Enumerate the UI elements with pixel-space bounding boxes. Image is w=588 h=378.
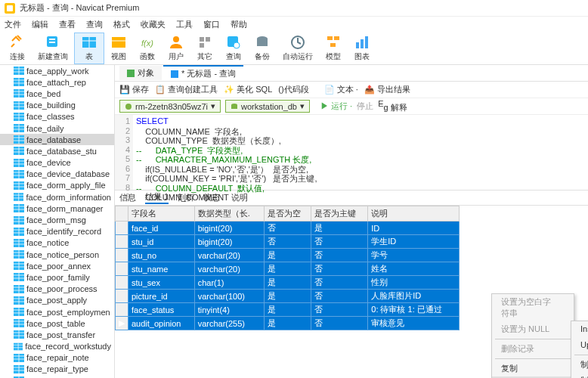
table-row[interactable]: ▶audit_opinionvarchar(255)是否审核意见 (116, 317, 460, 330)
cell[interactable]: 学号 (368, 249, 460, 262)
toolbar-other[interactable]: 其它 (190, 33, 219, 64)
cell[interactable]: face_id (128, 222, 195, 235)
cell[interactable]: 学生ID (368, 235, 460, 249)
sidebar-item[interactable]: face_dorm_manager (0, 203, 114, 214)
sidebar-item[interactable]: face_repair_note (0, 352, 114, 364)
ctx-insert[interactable]: Insert 语句 (571, 321, 588, 337)
explain-button[interactable]: Eg 解释 (378, 99, 407, 113)
ctx-update[interactable]: Update 语句 (571, 337, 588, 353)
sidebar-item[interactable]: face_poor_annex (0, 260, 114, 271)
save-button[interactable]: 💾 保存 (119, 84, 149, 95)
table-row[interactable]: stu_novarchar(20)是否学号 (116, 249, 460, 262)
cell[interactable]: 是 (311, 222, 367, 235)
toolbar-model[interactable]: 模型 (319, 33, 348, 64)
cell[interactable]: 否 (311, 262, 367, 276)
sidebar-item[interactable]: face_classes (0, 111, 114, 122)
table-row[interactable]: face_idbigint(20)否是ID (116, 222, 460, 235)
run-button[interactable]: ▶ 运行 · (320, 101, 352, 112)
sidebar-item[interactable]: face_record_workstudy (0, 341, 114, 352)
sidebar-item[interactable]: face_apply_work (0, 65, 114, 76)
sidebar-item[interactable]: face_notice (0, 237, 114, 249)
menu-file[interactable]: 文件 (5, 19, 21, 30)
sidebar-item[interactable]: face_post_table (0, 318, 114, 329)
cell[interactable]: 性别 (368, 276, 460, 290)
tab-objects[interactable]: 对象 (119, 66, 162, 80)
cell[interactable]: 审核意见 (368, 317, 460, 330)
cell[interactable]: ID (368, 222, 460, 235)
cell[interactable]: 0: 待审核 1: 已通过 (368, 303, 460, 317)
col-header[interactable]: 是否为空 (264, 206, 311, 222)
segment-button[interactable]: ()代码段 (278, 84, 308, 95)
sidebar-item[interactable]: face_daily (0, 122, 114, 134)
cell[interactable]: 是 (264, 317, 311, 330)
table-row[interactable]: stu_idbigint(20)否否学生ID (116, 235, 460, 249)
cell[interactable]: 是 (264, 290, 311, 303)
builder-button[interactable]: 📋 查询创建工具 (155, 84, 218, 95)
sidebar-item[interactable]: face_dorm_information (0, 191, 114, 203)
table-row[interactable]: stu_sexchar(1)是否性别 (116, 276, 460, 290)
sidebar-item[interactable]: face_post_apply (0, 295, 114, 306)
table-row[interactable]: face_statustinyint(4)是否0: 待审核 1: 已通过 (116, 303, 460, 317)
toolbar-user[interactable]: 用户 (162, 33, 190, 64)
cell[interactable]: varchar(20) (194, 262, 264, 276)
cell[interactable]: stu_no (128, 249, 195, 262)
export-button[interactable]: 📤 导出结果 (364, 84, 410, 95)
sidebar-item[interactable]: face_room (0, 375, 114, 378)
cell[interactable]: stu_id (128, 235, 195, 249)
sidebar-item[interactable]: face_post_transfer (0, 329, 114, 340)
cell[interactable]: 否 (264, 222, 311, 235)
cell[interactable]: char(1) (194, 276, 264, 290)
cell[interactable]: picture_id (128, 290, 195, 303)
sidebar-item[interactable]: face_database_stu (0, 145, 114, 156)
toolbar-query[interactable]: 查询 (219, 33, 248, 64)
ctx-delete[interactable]: 删除记录 (492, 341, 574, 357)
cell[interactable]: varchar(255) (194, 317, 264, 330)
menu-window[interactable]: 窗口 (203, 19, 220, 30)
sidebar-item[interactable]: face_database (0, 134, 114, 145)
toolbar-chart[interactable]: 图表 (348, 33, 376, 64)
data-table[interactable]: 字段名数据类型（长.是否为空是否为主键说明face_idbigint(20)否是… (115, 206, 460, 330)
toolbar-table[interactable]: 表 (74, 33, 104, 64)
ctx-copy[interactable]: 复制 (492, 361, 574, 376)
table-row[interactable]: stu_namevarchar(20)是否姓名 (116, 262, 460, 276)
ctx-tab-field[interactable]: 制表符分隔值 (字段名) (571, 373, 588, 378)
toolbar-fx[interactable]: f(x)函数 (133, 33, 162, 64)
tab-info[interactable]: 信息 (119, 192, 136, 203)
menu-tools[interactable]: 工具 (176, 19, 193, 30)
toolbar-plug[interactable]: 连接 (3, 33, 32, 64)
menu-fav[interactable]: 收藏夹 (141, 19, 166, 30)
menu-format[interactable]: 格式 (113, 19, 130, 30)
cell[interactable]: 否 (311, 249, 367, 262)
col-header[interactable]: 是否为主键 (311, 206, 367, 222)
toolbar-autorun[interactable]: 自动运行 (277, 33, 319, 64)
menu-view[interactable]: 查看 (59, 19, 76, 30)
sidebar-item[interactable]: face_notice_person (0, 249, 114, 260)
sidebar-item[interactable]: face_post_employmen (0, 306, 114, 318)
cell[interactable]: 否 (311, 290, 367, 303)
sidebar-item[interactable]: face_repair_type (0, 364, 114, 375)
sidebar-item[interactable]: face_dorm_msg (0, 214, 114, 225)
toolbar-view[interactable]: 视图 (104, 33, 133, 64)
menu-query[interactable]: 查询 (86, 19, 103, 30)
sidebar-item[interactable]: face_building (0, 100, 114, 111)
sidebar-item[interactable]: face_device_database (0, 169, 114, 180)
sidebar-item[interactable]: face_attach_rep (0, 76, 114, 88)
beautify-button[interactable]: ✨ 美化 SQL (224, 84, 272, 95)
cell[interactable]: 是 (264, 262, 311, 276)
cell[interactable]: varchar(100) (194, 290, 264, 303)
cell[interactable]: bigint(20) (194, 235, 264, 249)
cell[interactable]: stu_sex (128, 276, 195, 290)
stop-button[interactable]: 停止 (357, 101, 373, 112)
ctx-set-null[interactable]: 设置为 NULL (492, 321, 574, 337)
sidebar-item[interactable]: face_poor_family (0, 271, 114, 283)
code-area[interactable]: SELECT COLUMN_NAME 字段名, COLUMN_TYPE 数据类型… (133, 115, 588, 190)
col-header[interactable]: 字段名 (128, 206, 195, 222)
sidebar-item[interactable]: face_device (0, 157, 114, 169)
text-button[interactable]: 📄 文本 · (324, 84, 358, 95)
cell[interactable]: tinyint(4) (194, 303, 264, 317)
ctx-set-empty[interactable]: 设置为空白字符串 (492, 294, 574, 321)
cell[interactable]: face_status (128, 303, 195, 317)
cell[interactable]: 姓名 (368, 262, 460, 276)
toolbar-newquery[interactable]: 新建查询 (32, 33, 74, 64)
cell[interactable]: stu_name (128, 262, 195, 276)
